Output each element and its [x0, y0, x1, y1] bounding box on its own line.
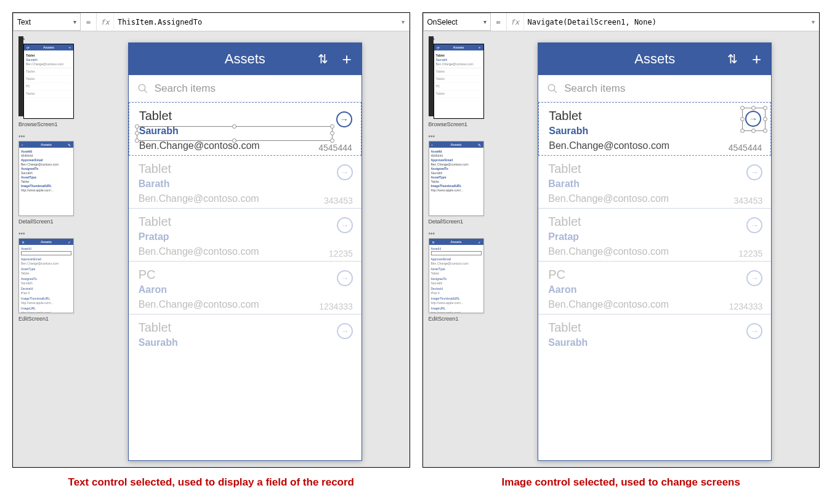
item-assignee: Aaron: [139, 284, 352, 295]
arrow-right-icon[interactable]: →: [337, 164, 353, 180]
property-dropdown[interactable]: Text ▾: [13, 13, 81, 31]
formula-input[interactable]: Navigate(DetailScreen1, None): [524, 13, 807, 31]
item-title: Tablet: [139, 109, 351, 123]
right-editor-frame: OnSelect ▾ = fx Navigate(DetailScreen1, …: [422, 12, 820, 468]
plus-icon: +: [68, 46, 71, 49]
more-icon[interactable]: •••: [18, 134, 25, 140]
sort-icon[interactable]: ⇅: [727, 52, 738, 66]
thumb-label: EditScreen1: [429, 316, 459, 322]
item-number: 12235: [738, 249, 762, 258]
selection-outline: [137, 126, 333, 141]
app-title: Assets: [634, 51, 675, 67]
svg-line-3: [554, 90, 557, 93]
back-icon: ‹: [22, 143, 23, 146]
left-caption: Text control selected, used to display a…: [12, 476, 410, 489]
captions: Text control selected, used to display a…: [12, 476, 820, 489]
item-title: Tablet: [139, 321, 352, 335]
item-email: Ben.Change@contoso.com: [139, 246, 352, 257]
item-title: Tablet: [139, 162, 352, 176]
property-label: Text: [17, 18, 31, 26]
search-input[interactable]: Search items: [538, 75, 771, 102]
search-placeholder: Search items: [155, 82, 216, 95]
equals-label: =: [81, 13, 97, 31]
close-icon: ✕: [22, 240, 25, 244]
app-title: Assets: [225, 51, 265, 67]
back-icon: ‹: [432, 143, 433, 146]
thumb-edit[interactable]: ••• ✕Assets✓ AssetId ApproverEmailBen.Ch…: [429, 231, 485, 322]
formula-text: Navigate(DetailScreen1, None): [528, 18, 657, 26]
thumb-title: Assets: [453, 46, 464, 49]
more-icon[interactable]: •••: [18, 231, 25, 237]
canvas-area: Assets ⇅ + Search items Tablet Saurabh B…: [491, 31, 820, 467]
arrow-right-icon[interactable]: →: [336, 111, 352, 127]
item-number: 1234333: [729, 302, 763, 311]
arrow-right-icon[interactable]: →: [337, 323, 353, 339]
search-input[interactable]: Search items: [129, 75, 361, 102]
thumb-label: BrowseScreen1: [18, 121, 58, 127]
thumb-title: Assets: [43, 46, 54, 49]
item-email: Ben.Change@contoso.com: [139, 193, 352, 204]
arrow-right-icon[interactable]: →: [337, 270, 353, 286]
add-icon[interactable]: +: [752, 50, 761, 69]
refresh-icon: ⟳: [26, 46, 30, 50]
arrow-right-icon[interactable]: →: [337, 217, 353, 233]
item-assignee: Saurabh: [549, 126, 761, 137]
phone-preview: Assets ⇅ + Search items Tablet Saurabh B…: [538, 42, 772, 461]
list-item[interactable]: Tablet Saurabh Ben.Change@contoso.com 45…: [538, 102, 771, 156]
edit-icon: ✎: [478, 143, 481, 147]
thumb-label: BrowseScreen1: [429, 121, 468, 127]
list-item[interactable]: Tablet Barath Ben.Change@contoso.com 343…: [538, 156, 771, 209]
item-assignee: Pratap: [548, 231, 761, 242]
svg-point-0: [139, 84, 145, 91]
list-item[interactable]: Tablet Saurabh →: [538, 314, 771, 352]
sort-icon[interactable]: ⇅: [318, 52, 328, 66]
thumb-label: DetailScreen1: [429, 218, 464, 225]
list-item[interactable]: Tablet Saurabh Ben.Change@contoso.com 45…: [129, 102, 361, 156]
list-item[interactable]: PC Aaron Ben.Change@contoso.com 1234333 …: [538, 262, 771, 314]
formula-bar: OnSelect ▾ = fx Navigate(DetailScreen1, …: [423, 13, 820, 31]
chevron-down-icon[interactable]: ▾: [807, 13, 819, 31]
more-icon[interactable]: •••: [429, 134, 435, 140]
svg-line-1: [144, 90, 147, 93]
item-number: 12235: [329, 249, 353, 258]
item-email: Ben.Change@contoso.com: [548, 246, 761, 257]
workspace: ••• ⟳Assets+ TabletSaurabhBen.Change@con…: [13, 31, 410, 467]
gallery: Tablet Saurabh Ben.Change@contoso.com 45…: [129, 102, 361, 460]
item-number: 343453: [734, 196, 763, 206]
list-item[interactable]: Tablet Pratap Ben.Change@contoso.com 122…: [538, 209, 771, 262]
thumb-title: Assets: [450, 240, 461, 244]
canvas-area: Assets ⇅ + Search items Tablet Saurabh B…: [81, 31, 410, 467]
property-label: OnSelect: [427, 18, 458, 26]
thumb-browse[interactable]: ••• ⟳Assets+ TabletSaurabhBen.Change@con…: [429, 36, 485, 127]
item-number: 343453: [324, 196, 353, 206]
chevron-down-icon: ▾: [73, 18, 76, 25]
workspace: ••• ⟳Assets+ TabletSaurabhBen.Change@con…: [423, 31, 820, 467]
fx-icon: fx: [97, 13, 114, 31]
thumb-browse[interactable]: ••• ⟳Assets+ TabletSaurabhBen.Change@con…: [18, 36, 75, 127]
item-assignee: Aaron: [548, 284, 761, 295]
thumb-label: EditScreen1: [18, 316, 49, 322]
item-title: Tablet: [549, 109, 761, 123]
property-dropdown[interactable]: OnSelect ▾: [423, 13, 491, 31]
thumb-detail[interactable]: ••• ‹Assets✎ AssetId4545444 ApproverEmai…: [429, 134, 485, 225]
search-icon: [547, 83, 558, 94]
add-icon[interactable]: +: [342, 50, 352, 69]
thumb-detail[interactable]: ••• ‹Assets✎ AssetId4545444 ApproverEmai…: [18, 134, 75, 225]
search-placeholder: Search items: [564, 82, 625, 95]
list-item[interactable]: Tablet Pratap Ben.Change@contoso.com 122…: [129, 209, 361, 262]
item-title: Tablet: [548, 215, 761, 229]
check-icon: ✓: [478, 240, 481, 244]
list-item[interactable]: Tablet Saurabh →: [129, 314, 361, 352]
list-item[interactable]: Tablet Barath Ben.Change@contoso.com 343…: [129, 156, 361, 209]
formula-text: ThisItem.AssignedTo: [118, 18, 202, 26]
item-title: PC: [548, 268, 761, 282]
chevron-down-icon[interactable]: ▾: [397, 13, 410, 31]
arrow-right-icon[interactable]: →: [745, 111, 761, 127]
thumb-edit[interactable]: ••• ✕Assets✓ AssetId ApproverEmailBen.Ch…: [18, 231, 75, 322]
thumb-title: Assets: [41, 240, 52, 244]
list-item[interactable]: PC Aaron Ben.Change@contoso.com 1234333 …: [129, 262, 361, 314]
left-editor-frame: Text ▾ = fx ThisItem.AssignedTo ▾ ••• ⟳A…: [12, 12, 410, 468]
thumb-label: DetailScreen1: [18, 218, 54, 225]
formula-input[interactable]: ThisItem.AssignedTo: [114, 13, 397, 31]
more-icon[interactable]: •••: [429, 231, 435, 237]
